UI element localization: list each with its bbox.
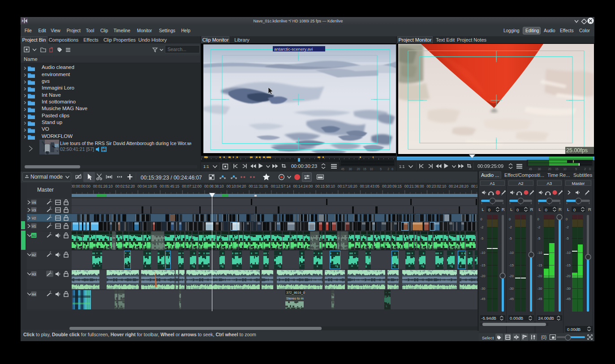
- svg-text:A1: A1: [32, 234, 36, 238]
- svg-text:Stereo to m: Stereo to m: [286, 296, 304, 300]
- svg-text:V3: V3: [32, 208, 36, 212]
- svg-text:2: 2: [584, 167, 586, 170]
- svg-text:A2: A2: [32, 253, 36, 257]
- svg-text:20: 20: [548, 167, 551, 170]
- svg-text:5: 5: [380, 167, 382, 170]
- svg-text:45: 45: [341, 167, 344, 170]
- svg-text:5: 5: [575, 167, 577, 170]
- svg-text:A4: A4: [32, 292, 36, 296]
- svg-text:A3: A3: [32, 272, 36, 276]
- svg-text:V1: V1: [32, 224, 36, 228]
- svg-text:372_8616_0: 372_8616_0: [286, 291, 305, 295]
- svg-text:V2: V2: [32, 216, 36, 220]
- svg-text:0: 0: [589, 167, 591, 170]
- svg-text:0: 0: [391, 167, 393, 170]
- svg-text:30: 30: [538, 167, 541, 170]
- svg-text:2: 2: [387, 167, 389, 170]
- svg-text:15: 15: [363, 167, 366, 170]
- svg-text:30: 30: [348, 167, 352, 170]
- svg-text:{0}: {0}: [541, 335, 547, 340]
- svg-text:10: 10: [563, 167, 567, 170]
- svg-text:45: 45: [529, 167, 532, 170]
- svg-text:15: 15: [555, 167, 559, 170]
- svg-text:V4: V4: [32, 201, 36, 205]
- svg-text:20: 20: [357, 167, 360, 170]
- svg-text:10: 10: [370, 167, 373, 170]
